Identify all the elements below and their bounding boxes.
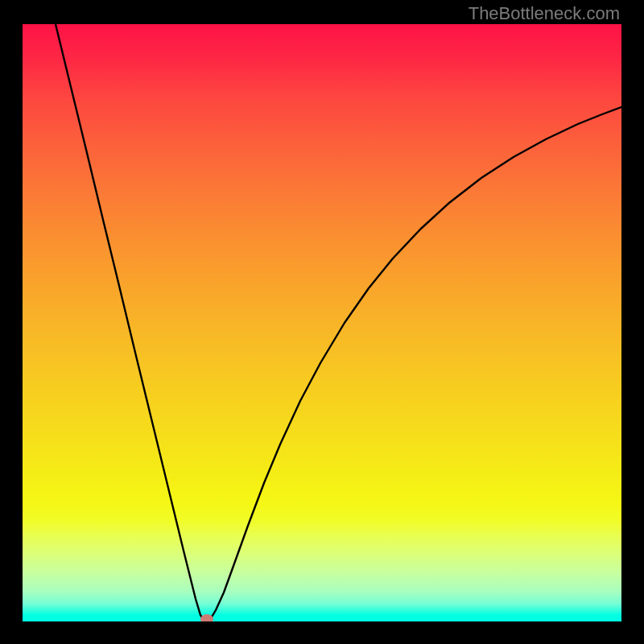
watermark-text: TheBottleneck.com — [469, 3, 620, 24]
optimum-marker — [200, 614, 213, 621]
bottleneck-curve — [23, 24, 621, 621]
plot-area — [23, 24, 621, 621]
chart-frame: TheBottleneck.com — [0, 0, 644, 644]
